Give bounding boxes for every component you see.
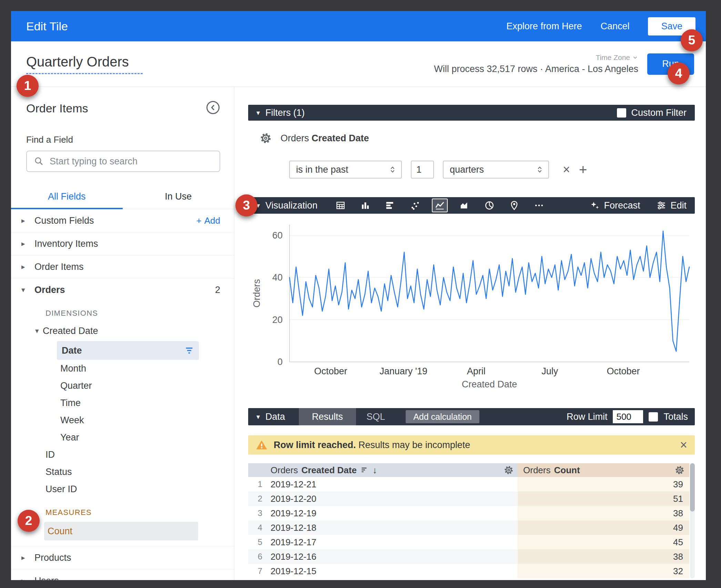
sidebar-item-products[interactable]: ▸ Products [11,546,234,569]
visualization-section-bar[interactable]: ▾ Visualization Forecast [248,197,695,214]
table-icon[interactable] [333,199,348,212]
created-date-cell[interactable]: 2019-12-21 [266,477,518,491]
filter-field-label: Orders Created Date [281,133,369,144]
sort-desc-icon: ↓ [373,465,377,476]
annotation-badge-4: 4 [668,62,690,84]
group-label: Order Items [34,262,84,272]
filter-unit-select[interactable]: quarters [443,161,549,179]
row-index: 2 [248,491,266,506]
created-date-cell[interactable]: 2019-12-20 [266,491,518,506]
row-limit-input[interactable] [613,410,643,423]
sidebar-item-order-items[interactable]: ▸ Order Items [11,255,234,278]
table-scrollbar[interactable] [690,463,695,578]
tune-icon [657,201,666,210]
count-cell[interactable]: 49 [518,520,689,535]
field-user-id[interactable]: User ID [11,480,234,498]
field-date-selected[interactable]: Date [57,341,199,360]
annotation-badge-1: 1 [17,75,39,97]
scatter-icon[interactable] [407,199,423,212]
svg-text:Orders: Orders [252,279,262,308]
filter-value-input[interactable] [411,161,434,179]
chevron-down-icon: ▾ [256,109,260,117]
field-count-selected[interactable]: Count [44,522,198,540]
sidebar-item-inventory-items[interactable]: ▸ Inventory Items [11,232,234,255]
created-date-cell[interactable]: 2019-12-19 [266,506,518,520]
edit-visualization-button[interactable]: Edit [657,200,687,211]
svg-text:October: October [314,366,347,376]
subgroup-label: Created Date [43,326,98,336]
created-date-cell[interactable]: 2019-12-18 [266,520,518,535]
field-status[interactable]: Status [11,463,234,480]
row-index: 5 [248,535,266,549]
process-info: Time Zone Will process 32,517 rows · Ame… [434,53,638,74]
count-cell[interactable]: 38 [518,506,689,520]
horizontal-bar-icon[interactable] [382,199,398,212]
tab-results[interactable]: Results [299,408,356,425]
created-date-cell[interactable]: 2019-12-16 [266,549,518,564]
gear-icon[interactable] [260,132,272,144]
timezone-label: Time Zone [596,53,630,62]
cancel-button[interactable]: Cancel [600,21,629,32]
svg-text:0: 0 [277,357,283,367]
svg-text:Created Date: Created Date [462,379,517,389]
count-cell[interactable]: 45 [518,535,689,549]
tab-in-use[interactable]: In Use [123,186,234,209]
timezone-selector[interactable]: Time Zone [596,53,638,62]
close-icon[interactable]: × [680,438,687,452]
tile-title[interactable]: Quarterly Orders [26,54,143,74]
gear-icon[interactable] [504,465,514,475]
map-pin-icon[interactable] [506,199,522,212]
field-id[interactable]: ID [11,446,234,463]
sidebar-item-custom-fields[interactable]: ▸ Custom Fields +Add [11,209,234,232]
area-chart-icon[interactable] [457,199,473,212]
add-filter-icon[interactable]: + [579,162,587,178]
filter-icon[interactable] [184,346,194,355]
explore-from-here-button[interactable]: Explore from Here [506,21,582,32]
count-cell[interactable]: 38 [518,549,689,564]
count-column-header[interactable]: Orders Count [518,463,689,477]
svg-text:July: July [541,366,558,376]
collapse-panel-icon[interactable] [206,100,220,116]
sidebar-item-created-date[interactable]: ▾ Created Date [11,323,234,339]
sidebar-item-orders[interactable]: ▾ Orders 2 [11,278,234,301]
tab-all-fields[interactable]: All Fields [11,186,123,209]
group-label: Custom Fields [34,215,94,226]
tab-sql[interactable]: SQL [356,412,395,422]
filters-section-bar[interactable]: ▾ Filters (1) Custom Filter [248,105,695,121]
forecast-button[interactable]: Forecast [590,200,640,211]
field-year[interactable]: Year [11,429,234,446]
count-cell[interactable]: 32 [518,564,689,578]
table-row: 52019-12-1745 [248,535,689,549]
line-chart-icon[interactable] [432,199,448,212]
table-header: Orders Created Date ↓ Orders Count [248,463,689,477]
add-custom-field-button[interactable]: +Add [196,215,220,226]
created-date-cell[interactable]: 2019-12-15 [266,564,518,578]
column-chart-icon[interactable] [357,199,373,212]
add-calculation-button[interactable]: Add calculation [406,410,479,423]
created-date-cell[interactable]: 2019-12-17 [266,535,518,549]
sidebar-item-users[interactable]: ▸ Users [11,569,234,580]
warning-icon [256,439,267,451]
remove-filter-icon[interactable]: × [563,162,570,177]
scrollbar-thumb[interactable] [690,463,695,511]
more-options-icon[interactable] [531,199,547,212]
created-date-column-header[interactable]: Orders Created Date ↓ [266,463,518,477]
custom-filter-checkbox[interactable] [617,108,626,118]
field-week[interactable]: Week [11,412,234,429]
visualization-label: Visualization [265,200,317,211]
field-search-input[interactable] [50,156,213,167]
count-cell[interactable]: 51 [518,491,689,506]
field-month[interactable]: Month [11,360,234,377]
pie-chart-icon[interactable] [481,199,497,212]
count-cell[interactable]: 39 [518,477,689,491]
chevron-down-icon [632,54,638,61]
field-time[interactable]: Time [11,394,234,412]
data-section-bar[interactable]: ▾ Data Results SQL Add calculation Row L… [248,408,695,425]
gear-icon[interactable] [675,465,684,475]
unfold-arrows-icon [536,166,544,173]
chevron-right-icon: ▸ [21,577,31,580]
filter-condition-select[interactable]: is in the past [289,161,402,179]
totals-checkbox[interactable] [649,412,658,422]
field-quarter[interactable]: Quarter [11,377,234,394]
field-search-box [26,151,220,172]
